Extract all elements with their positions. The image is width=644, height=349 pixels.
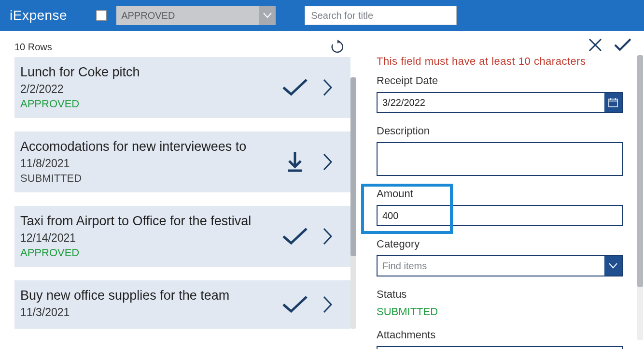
cancel-button[interactable]: [588, 38, 602, 52]
list-item-date: 11/8/2021: [20, 157, 281, 170]
receipt-date-label: Receipt Date: [377, 74, 632, 87]
category-field[interactable]: Find items: [377, 255, 623, 276]
filter-checkbox[interactable]: [96, 10, 107, 21]
list-item-title: Buy new office supplies for the team: [20, 288, 281, 303]
check-icon[interactable]: [281, 222, 309, 250]
list-item-status: APPROVED: [20, 247, 281, 259]
chevron-right-icon[interactable]: [314, 148, 342, 176]
app-title: iExpense: [10, 8, 67, 23]
refresh-button[interactable]: [330, 40, 345, 54]
download-icon[interactable]: [281, 148, 309, 176]
expense-form-pane: This field must have at least 10 charact…: [357, 31, 644, 349]
list-scrollbar[interactable]: [350, 77, 356, 329]
amount-label: Amount: [377, 188, 632, 200]
list-item-date: 12/14/2021: [20, 232, 281, 245]
attachments-field[interactable]: There is nothing attached.: [377, 346, 623, 349]
description-label: Description: [377, 125, 632, 137]
row-count-label: 10 Rows: [14, 42, 52, 53]
calendar-icon[interactable]: [604, 93, 622, 112]
receipt-date-value: 3/22/2022: [382, 97, 425, 108]
category-placeholder: Find items: [382, 261, 427, 272]
chevron-right-icon[interactable]: [314, 222, 342, 250]
list-item[interactable]: Lunch for Coke pitch2/2/2022APPROVED: [14, 57, 350, 118]
svg-rect-0: [609, 99, 617, 107]
list-item-title: Lunch for Coke pitch: [20, 65, 281, 80]
chevron-down-icon[interactable]: [604, 256, 622, 276]
chevron-down-icon: [259, 6, 276, 25]
confirm-button[interactable]: [614, 38, 631, 52]
receipt-date-field[interactable]: 3/22/2022: [377, 92, 623, 113]
list-item-status: APPROVED: [20, 98, 281, 110]
list-item-title: Accomodations for new interviewees to: [20, 139, 281, 154]
list-item-date: 2/2/2022: [20, 83, 281, 96]
amount-value: 400: [382, 210, 398, 221]
search-input[interactable]: Search for title: [305, 6, 457, 25]
list-item-title: Taxi from Airport to Office for the fest…: [20, 214, 281, 229]
list-item[interactable]: Taxi from Airport to Office for the fest…: [14, 206, 350, 267]
list-item[interactable]: Accomodations for new interviewees to11/…: [14, 131, 350, 192]
check-icon[interactable]: [281, 291, 309, 319]
status-filter-dropdown[interactable]: APPROVED: [116, 6, 276, 25]
list-item[interactable]: Buy new office supplies for the team11/3…: [14, 280, 350, 329]
chevron-right-icon[interactable]: [314, 73, 342, 102]
form-scrollbar[interactable]: [637, 55, 643, 340]
attachments-label: Attachments: [377, 329, 632, 341]
category-label: Category: [377, 238, 632, 250]
chevron-right-icon[interactable]: [314, 291, 342, 319]
status-filter-value: APPROVED: [121, 10, 175, 21]
description-field[interactable]: [377, 142, 623, 176]
app-header: iExpense APPROVED Search for title: [0, 0, 644, 31]
search-placeholder: Search for title: [311, 10, 373, 21]
list-item-date: 11/3/2021: [20, 306, 281, 319]
check-icon[interactable]: [281, 73, 309, 102]
amount-field[interactable]: 400: [377, 205, 623, 226]
validation-error: This field must have at least 10 charact…: [377, 55, 632, 68]
expense-list-pane: 10 Rows Lunch for Coke pitch2/2/2022APPR…: [0, 31, 357, 349]
list-item-status: SUBMITTED: [20, 172, 281, 185]
status-value: SUBMITTED: [377, 305, 632, 318]
status-label: Status: [377, 288, 632, 301]
